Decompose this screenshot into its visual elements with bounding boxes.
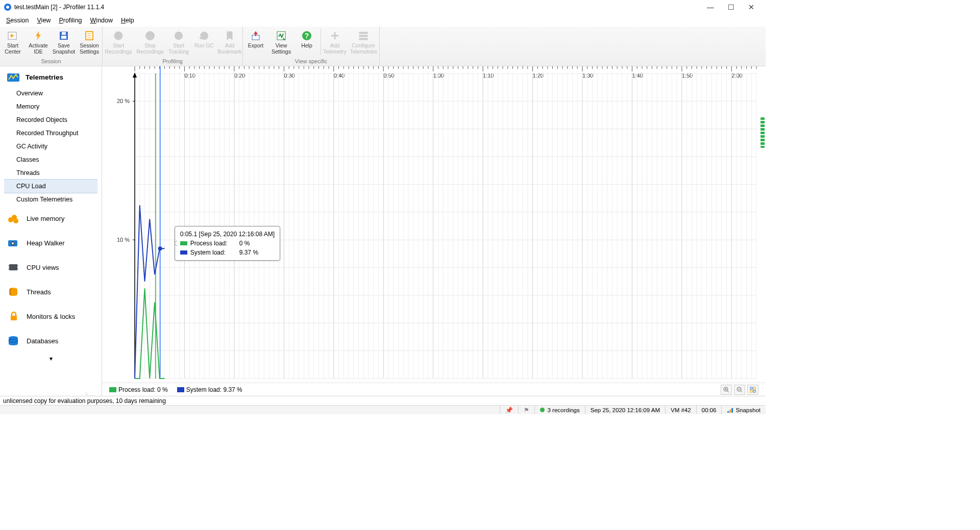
maximize-button[interactable]: ☐	[721, 0, 741, 14]
plus-icon	[329, 30, 341, 42]
sidebar-item-threads[interactable]: Threads	[0, 166, 102, 180]
menu-session[interactable]: Session	[2, 16, 33, 25]
category-icon	[6, 335, 20, 347]
pin-icon: 📌	[505, 407, 513, 414]
svg-text:20 %: 20 %	[117, 98, 130, 104]
sidebar-item-gc-activity[interactable]: GC Activity	[0, 140, 102, 153]
menu-view[interactable]: View	[33, 16, 55, 25]
menu-help[interactable]: Help	[117, 16, 138, 25]
tracking-icon	[173, 30, 185, 42]
export-button[interactable]: Export	[243, 27, 268, 57]
svg-rect-40	[11, 316, 17, 320]
category-icon	[6, 261, 20, 273]
svg-point-10	[114, 32, 122, 40]
window-title: test.testMain [2] - JProfiler 11.1.4	[14, 4, 104, 11]
view-settings-button[interactable]: ViewSettings	[268, 27, 294, 57]
svg-marker-2	[36, 31, 41, 40]
flag-icon: ⚑	[524, 407, 529, 414]
chart-area: 0:100:200:300:400:501:001:101:201:301:40…	[102, 66, 766, 396]
svg-rect-34	[9, 264, 17, 270]
chart-canvas[interactable]: 0:100:200:300:400:501:001:101:201:301:40…	[102, 66, 766, 383]
svg-text:10 %: 10 %	[117, 237, 130, 243]
sidebar-category-monitors-locks[interactable]: Monitors & locks	[0, 304, 102, 329]
mini-scroll-indicator[interactable]	[761, 117, 765, 148]
sidebar-item-cpu-load[interactable]: CPU Load	[4, 179, 97, 193]
category-icon	[6, 237, 20, 249]
svg-rect-5	[62, 32, 66, 35]
sidebar-category-databases[interactable]: Databases	[0, 329, 102, 353]
menu-window[interactable]: Window	[86, 16, 117, 25]
status-mode[interactable]: Snapshot	[721, 406, 766, 414]
svg-rect-339	[727, 411, 729, 413]
sidebar-header-label: Telemetries	[26, 73, 63, 81]
zoom-out-button[interactable]	[734, 385, 745, 395]
svg-rect-337	[750, 390, 752, 392]
sidebar-item-memory[interactable]: Memory	[0, 100, 102, 113]
menu-profiling[interactable]: Profiling	[55, 16, 86, 25]
chart-tooltip: 0:05.1 [Sep 25, 2020 12:16:08 AM] Proces…	[175, 226, 280, 261]
activate-ide-button[interactable]: ActivateIDE	[26, 27, 51, 57]
minimize-button[interactable]: —	[700, 0, 721, 14]
toolbar-group-label: View specific	[243, 57, 379, 66]
toolbar-group-session: StartCenter ActivateIDE SaveSnapshot Ses…	[0, 27, 103, 66]
svg-rect-338	[753, 390, 755, 392]
start-tracking-button[interactable]: StartTracking	[166, 27, 191, 57]
svg-rect-26	[359, 38, 368, 40]
close-button[interactable]: ✕	[741, 0, 762, 14]
watermark: JProfiler	[79, 392, 99, 396]
add-telemetry-button[interactable]: AddTelemetry	[322, 27, 348, 57]
play-icon	[7, 30, 19, 42]
status-flag[interactable]: ⚑	[518, 406, 534, 414]
sidebar-item-recorded-throughput[interactable]: Recorded Throughput	[0, 127, 102, 140]
session-settings-button[interactable]: SessionSettings	[77, 27, 102, 57]
title-bar: test.testMain [2] - JProfiler 11.1.4 — ☐…	[0, 0, 766, 14]
snapshot-icon	[727, 407, 733, 413]
toolbar-group-label: Profiling	[103, 57, 242, 66]
settings-icon	[83, 30, 95, 42]
fit-button[interactable]	[747, 385, 758, 395]
main-area: Telemetries OverviewMemoryRecorded Objec…	[0, 66, 766, 396]
stop-icon	[144, 30, 156, 42]
svg-rect-341	[731, 408, 733, 413]
start-center-button[interactable]: StartCenter	[0, 27, 26, 57]
configure-telemetries-button[interactable]: ConfigureTelemetries	[348, 27, 379, 57]
sidebar-category-threads[interactable]: Threads	[0, 280, 102, 304]
svg-point-327	[158, 246, 162, 250]
app-icon	[4, 4, 11, 11]
help-button[interactable]: ? Help	[294, 27, 320, 57]
save-icon	[58, 30, 70, 42]
sidebar-category-cpu-views[interactable]: CPU views	[0, 255, 102, 280]
chart-svg: 0:100:200:300:400:501:001:101:201:301:40…	[102, 66, 766, 383]
legend-process: Process load: 0 %	[109, 386, 168, 393]
sidebar-item-recorded-objects[interactable]: Recorded Objects	[0, 113, 102, 127]
sidebar-item-classes[interactable]: Classes	[0, 153, 102, 166]
run-gc-button[interactable]: Run GC	[191, 27, 217, 57]
zoom-in-button[interactable]	[721, 385, 732, 395]
svg-rect-25	[359, 35, 368, 37]
legend-system: System load: 9.37 %	[177, 386, 242, 393]
svg-line-333	[741, 391, 742, 392]
stop-recordings-button[interactable]: StopRecordings	[134, 27, 166, 57]
sidebar-item-custom-telemetries[interactable]: Custom Telemetries	[0, 193, 102, 206]
toolbar-group-profiling: StartRecordings StopRecordings StartTrac…	[103, 27, 243, 66]
gc-icon	[198, 30, 210, 42]
menu-bar: Session View Profiling Window Help	[0, 14, 766, 27]
svg-point-33	[12, 242, 14, 244]
status-bar: 📌 ⚑ 3 recordings Sep 25, 2020 12:16:09 A…	[0, 405, 766, 414]
svg-point-14	[178, 35, 180, 37]
legend-bar: Process load: 0 % System load: 9.37 %	[102, 383, 766, 396]
save-snapshot-button[interactable]: SaveSnapshot	[51, 27, 77, 57]
view-settings-icon	[275, 30, 287, 42]
status-pin[interactable]: 📌	[500, 406, 518, 414]
status-timestamp: Sep 25, 2020 12:16:09 AM	[585, 406, 665, 414]
lightning-icon	[32, 30, 44, 42]
recording-dot-icon	[540, 408, 545, 412]
start-recordings-button[interactable]: StartRecordings	[103, 27, 134, 57]
sidebar-category-heap-walker[interactable]: Heap Walker	[0, 231, 102, 255]
status-recordings[interactable]: 3 recordings	[534, 406, 584, 414]
sidebar-category-live-memory[interactable]: Live memory	[0, 206, 102, 231]
sidebar-item-overview[interactable]: Overview	[0, 87, 102, 100]
sidebar-header-telemetries[interactable]: Telemetries	[0, 66, 102, 87]
sidebar-more[interactable]: ▾	[0, 353, 102, 364]
add-bookmark-button[interactable]: AddBookmark	[217, 27, 242, 57]
